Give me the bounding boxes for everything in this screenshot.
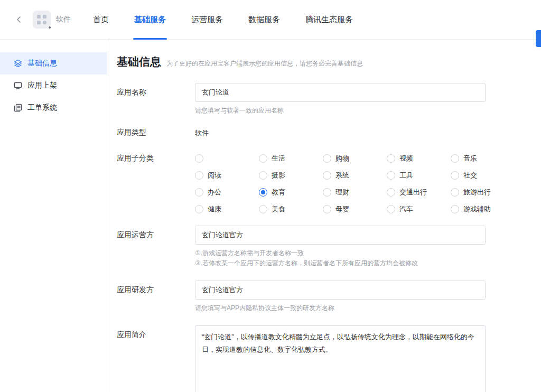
app-name-input[interactable] [195,83,486,102]
radio-icon [195,205,203,213]
sidebar-item-label: 应用上架 [27,81,57,90]
radio-icon [323,154,331,163]
radio-icon [259,205,267,213]
radio-option[interactable]: 理财 [323,188,387,197]
radio-icon [323,171,331,180]
radio-option[interactable]: 办公 [195,188,259,197]
tab-home[interactable]: 首页 [92,0,110,40]
main-content: 基础信息 为了更好的在应用宝客户端展示您的应用信息，请您务必完善基础信息 应用名… [107,40,541,392]
radio-icon [451,171,459,180]
radio-icon [387,188,395,197]
app-label: 软件 [56,15,71,24]
radio-icon [195,171,203,180]
radio-option[interactable]: 音乐 [451,154,515,163]
radio-icon [387,171,395,180]
radio-option[interactable]: 阅读 [195,171,259,180]
radio-icon [323,188,331,197]
sidebar-item-ticket-system[interactable]: 工单系统 [0,97,107,119]
field-label: 应用简介 [117,325,195,392]
radio-option[interactable]: 汽车 [387,204,451,214]
field-label: 应用研发方 [117,281,195,313]
radio-checked-icon [259,188,267,197]
topbar: 软件 首页 基础服务 运营服务 数据服务 腾讯生态服务 [0,0,541,40]
radio-icon [195,188,203,197]
radio-option-selected[interactable]: 教育 [259,188,323,197]
app-developer-input[interactable] [195,281,486,300]
form-row-app-developer: 应用研发方 请您填写与APP内隐私协议主体一致的研发方名称 [117,281,541,313]
field-label: 应用类型 [117,128,195,138]
radio-option[interactable]: 摄影 [259,171,323,180]
radio-option[interactable]: 交通出行 [387,188,451,197]
sidebar-item-label: 工单系统 [27,103,57,113]
sidebar-item-app-launch[interactable]: 应用上架 [0,74,107,97]
radio-option[interactable]: 健康 [195,204,259,214]
field-label: 应用运营方 [117,226,195,268]
field-label: 应用子分类 [117,154,195,214]
top-nav: 首页 基础服务 运营服务 数据服务 腾讯生态服务 [92,0,377,40]
field-helper: ①.游戏运营方名称需与开发者名称一致 [195,249,541,258]
field-helper: 请您填写与软著一致的应用名称 [195,106,541,115]
radio-option[interactable]: 购物 [323,154,387,163]
back-button[interactable] [13,13,25,26]
radio-icon [259,171,267,180]
form-row-app-operator: 应用运营方 ①.游戏运营方名称需与开发者名称一致 ②.若修改某一个应用下的运营方… [117,226,541,268]
radio-option[interactable]: 旅游出行 [451,188,515,197]
page-header: 基础信息 为了更好的在应用宝客户端展示您的应用信息，请您务必完善基础信息 [117,54,541,69]
page-subtitle: 为了更好的在应用宝客户端展示您的应用信息，请您务必完善基础信息 [166,59,363,68]
radio-option[interactable]: 系统 [323,171,387,180]
app-intro-textarea[interactable]: “玄门论道”，以传播道教文化精髓为立足点，以弘扬传统文化为理念，以期能在网络化的… [195,325,486,392]
radio-option[interactable]: 社交 [451,171,515,180]
sidebar-item-basic-info[interactable]: 基础信息 [0,52,107,74]
sidebar-item-label: 基础信息 [27,59,57,68]
form-row-app-subcategory: 应用子分类 生活 购物 视频 音乐 阅读 摄影 系统 工具 社交 办公 教育 理… [117,154,541,214]
radio-option[interactable]: 视频 [387,154,451,163]
radio-icon [451,205,459,213]
radio-icon [451,154,459,163]
radio-icon [195,154,203,163]
tab-operation-services[interactable]: 运营服务 [190,0,224,40]
layers-icon [14,59,22,68]
app-type-value: 软件 [195,129,209,137]
radio-icon [451,188,459,197]
app-operator-input[interactable] [195,226,486,245]
form-row-app-name: 应用名称 请您填写与软著一致的应用名称 [117,83,541,115]
page-title: 基础信息 [117,54,161,69]
radio-option[interactable]: 美食 [259,204,323,214]
radio-option[interactable]: 工具 [387,171,451,180]
app-logo-icon [33,11,51,29]
field-label: 应用名称 [117,83,195,115]
tab-data-services[interactable]: 数据服务 [247,0,281,40]
floating-edge-button[interactable] [536,30,541,47]
subcategory-radio-group: 生活 购物 视频 音乐 阅读 摄影 系统 工具 社交 办公 教育 理财 交通出行… [195,154,541,214]
radio-option[interactable]: 生活 [259,154,323,163]
radio-option[interactable] [195,154,259,163]
radio-option[interactable]: 母婴 [323,204,387,214]
radio-icon [387,154,395,163]
document-copy-icon [14,104,22,112]
sidebar: 基础信息 应用上架 工单系统 [0,40,107,392]
field-helper: ②.若修改某一个应用下的运营方名称，则运营者名下所有应用的营方均会被修改 [195,259,541,268]
tab-basic-services[interactable]: 基础服务 [133,0,167,40]
form-row-app-intro: 应用简介 “玄门论道”，以传播道教文化精髓为立足点，以弘扬传统文化为理念，以期能… [117,325,541,392]
form-row-app-type: 应用类型 软件 [117,128,541,138]
tab-tencent-eco-services[interactable]: 腾讯生态服务 [304,0,354,40]
field-helper: 请您填写与APP内隐私协议主体一致的研发方名称 [195,304,541,313]
monitor-icon [14,81,22,90]
chevron-left-icon [15,15,23,24]
radio-icon [259,154,267,163]
radio-option[interactable]: 游戏辅助 [451,204,515,214]
radio-icon [323,205,331,213]
radio-icon [387,205,395,213]
